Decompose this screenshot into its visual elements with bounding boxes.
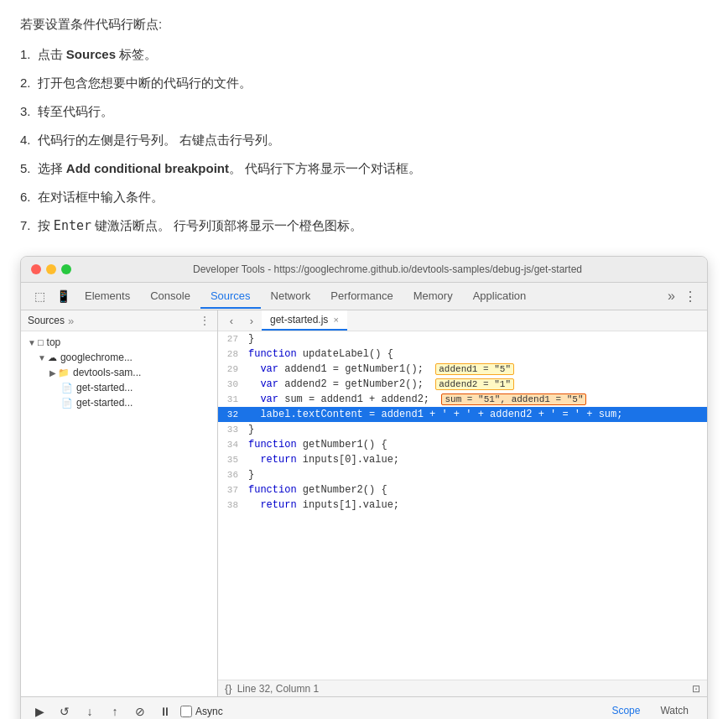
tree-item-top[interactable]: ▼ □ top	[21, 335, 217, 350]
code-tab-label: get-started.js	[270, 314, 328, 326]
article-title: 若要设置条件代码行断点:	[20, 17, 708, 33]
arrow-down-icon-2: ▼	[38, 353, 46, 362]
code-line-32: 32 label.textContent = addend1 + ' + ' +…	[218, 407, 707, 422]
sources-menu-icon[interactable]: ⋮	[199, 314, 211, 327]
code-line-37: 37 function getNumber2() {	[218, 482, 707, 498]
close-button[interactable]	[31, 264, 41, 274]
step-6-num: 6.	[20, 190, 31, 204]
line-num-34: 34	[218, 437, 245, 452]
status-expand-icon[interactable]: ⊡	[692, 683, 700, 695]
step-5-text-pre: 选择	[38, 161, 66, 175]
async-checkbox[interactable]	[180, 706, 192, 717]
tab-sources[interactable]: Sources	[200, 284, 261, 309]
line-num-36: 36	[218, 467, 245, 482]
tab-memory[interactable]: Memory	[403, 284, 463, 309]
step-5-text2: 。 代码行下方将显示一个对话框。	[229, 161, 421, 175]
code-tab-get-started[interactable]: get-started.js ×	[262, 310, 347, 331]
line-num-31: 31	[218, 392, 245, 407]
code-line-30: 30 var addend2 = getNumber2(); addend2 =…	[218, 377, 707, 392]
code-tab-bar: ‹ › get-started.js ×	[218, 310, 707, 331]
step-1: 1. 点击 Sources 标签。	[20, 44, 708, 65]
code-line-34: 34 function getNumber1() {	[218, 437, 707, 452]
tree-item-googlechrome[interactable]: ▼ ☁ googlechrome...	[21, 350, 217, 365]
line-content-38: return inputs[1].value;	[245, 498, 707, 513]
code-line-36: 36 }	[218, 467, 707, 482]
code-tab-close[interactable]: ×	[333, 315, 338, 325]
tree-label-top: top	[47, 336, 61, 348]
step-out-button[interactable]: ↑	[105, 701, 125, 719]
step-7: 7. 按 Enter 键激活断点。 行号列顶部将显示一个橙色图标。	[20, 216, 708, 236]
sources-more-icon[interactable]: »	[68, 315, 74, 327]
title-bar: Developer Tools - https://googlechrome.g…	[21, 257, 707, 283]
debug-toolbar: ▶ ↺ ↓ ↑ ⊘ ⏸ Async Scope Watch	[21, 696, 707, 719]
step-over-button[interactable]: ↺	[55, 701, 75, 719]
code-nav-forward[interactable]: ›	[242, 310, 262, 331]
devtools-body: Sources » ⋮ ▼ □ top ▼ ☁ googlechrome...	[21, 310, 707, 696]
step-6: 6. 在对话框中输入条件。	[20, 187, 708, 207]
tab-elements[interactable]: Elements	[75, 284, 140, 309]
code-nav-back[interactable]: ‹	[221, 310, 242, 331]
code-area[interactable]: 27 } 28 function updateLabel() { 29 var …	[218, 331, 707, 680]
line-num-37: 37	[218, 482, 245, 498]
line-content-35: return inputs[0].value;	[245, 452, 707, 467]
tab-performance[interactable]: Performance	[320, 284, 403, 309]
code-line-38: 38 return inputs[1].value;	[218, 498, 707, 513]
step-1-text2: 标签。	[116, 47, 157, 61]
step-3-text: 转至代码行。	[38, 104, 113, 118]
maximize-button[interactable]	[61, 264, 71, 274]
sources-panel: Sources » ⋮ ▼ □ top ▼ ☁ googlechrome...	[21, 310, 218, 696]
tab-console[interactable]: Console	[140, 284, 200, 309]
file-icon-1: 📄	[61, 383, 73, 393]
step-1-text: 点击	[38, 47, 66, 61]
tab-application[interactable]: Application	[463, 284, 537, 309]
file-icon-2: 📄	[61, 398, 73, 409]
async-text: Async	[195, 706, 223, 717]
tree-label-file1: get-started...	[76, 382, 133, 393]
more-tabs-icon[interactable]: »	[663, 289, 680, 304]
step-3: 3. 转至代码行。	[20, 102, 708, 122]
step-3-num: 3.	[20, 104, 31, 118]
line-content-37: function getNumber2() {	[245, 482, 707, 498]
line-num-30: 30	[218, 377, 245, 392]
line-num-29: 29	[218, 362, 245, 377]
line-num-33: 33	[218, 422, 245, 437]
code-line-35: 35 return inputs[0].value;	[218, 452, 707, 467]
line-content-34: function getNumber1() {	[245, 437, 707, 452]
mobile-icon[interactable]: 📱	[51, 283, 75, 310]
minimize-button[interactable]	[46, 264, 56, 274]
step-into-button[interactable]: ↓	[80, 701, 100, 719]
resume-button[interactable]: ▶	[29, 701, 49, 719]
tree-label-file2: get-started...	[76, 397, 133, 409]
step-5: 5. 选择 Add conditional breakpoint。 代码行下方将…	[20, 159, 708, 179]
line-content-36: }	[245, 467, 707, 482]
scope-tab-watch[interactable]: Watch	[650, 701, 699, 719]
step-5-bold: Add conditional breakpoint	[66, 161, 229, 175]
arrow-down-icon: ▼	[28, 338, 36, 347]
pause-button[interactable]: ⏸	[155, 701, 175, 719]
tree-item-file2[interactable]: 📄 get-started...	[21, 395, 217, 410]
step-4-num: 4.	[20, 133, 31, 147]
cursor-icon[interactable]: ⬚	[28, 283, 51, 310]
blackbox-button[interactable]: ⊘	[130, 701, 150, 719]
tree-item-devtools[interactable]: ▶ 📁 devtools-sam...	[21, 365, 217, 380]
sources-panel-header: Sources » ⋮	[21, 310, 217, 331]
line-num-35: 35	[218, 452, 245, 467]
tree-item-file1[interactable]: 📄 get-started...	[21, 380, 217, 395]
window-title: Developer Tools - https://googlechrome.g…	[78, 263, 697, 275]
cloud-icon: ☁	[48, 352, 57, 363]
line-content-33: }	[245, 422, 707, 437]
step-2-num: 2.	[20, 76, 31, 90]
curly-braces-icon: {}	[225, 682, 232, 695]
sources-panel-label: Sources	[28, 315, 65, 326]
arrow-right-icon: ▶	[49, 368, 56, 378]
scope-tab-scope[interactable]: Scope	[601, 701, 650, 719]
status-bar-text: Line 32, Column 1	[237, 683, 319, 695]
line-content-29: var addend1 = getNumber1(); addend1 = "5…	[245, 362, 707, 377]
line-num-28: 28	[218, 346, 245, 362]
async-label: Async	[180, 706, 223, 717]
code-panel: ‹ › get-started.js × 27 } 28 function up…	[218, 310, 707, 696]
devtools-menu-icon[interactable]: ⋮	[680, 289, 700, 305]
tab-network[interactable]: Network	[261, 284, 321, 309]
file-tree: ▼ □ top ▼ ☁ googlechrome... ▶ 📁 devtools…	[21, 331, 217, 696]
step-7-text-pre: 按	[38, 218, 54, 232]
